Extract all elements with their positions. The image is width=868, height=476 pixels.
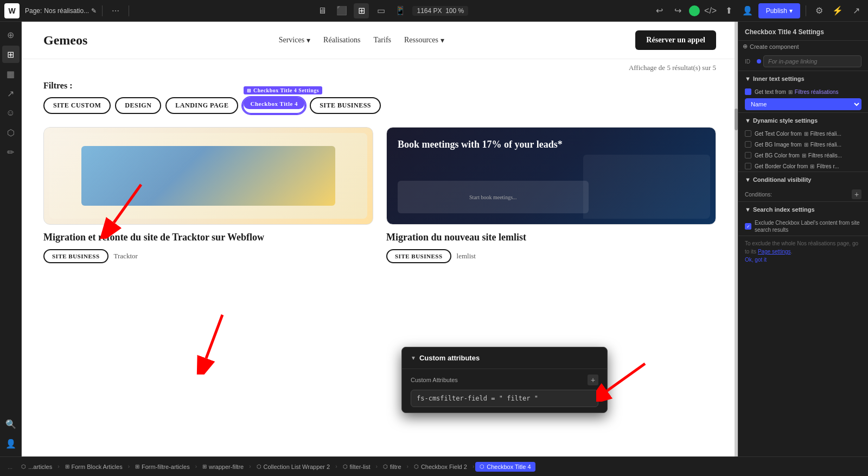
- sidebar-layers-icon[interactable]: ⊞: [2, 46, 20, 63]
- sidebar-assets-icon[interactable]: ▦: [2, 65, 20, 82]
- canvas-scrollbar[interactable]: [735, 22, 738, 456]
- cursor-button[interactable]: ↗: [848, 3, 864, 18]
- filter-tag-checkbox-title-4[interactable]: ⊞ Checkbox Title 4 Settings Checkbox Tit…: [242, 97, 305, 114]
- ok-got-it-button[interactable]: Ok, got it: [745, 256, 861, 264]
- sidebar-cms-icon[interactable]: ✏: [2, 143, 20, 161]
- bg-image-row: Get BG Image from ⊞ Filtres réali...: [738, 139, 868, 150]
- breadcrumb-collection-list[interactable]: ⬡ Collection List Wrapper 2: [252, 462, 335, 472]
- nav-link-services[interactable]: Services ▾: [279, 36, 310, 45]
- nav-link-realisations[interactable]: Réalisations: [323, 36, 360, 45]
- border-color-label: Get Border Color from: [755, 163, 808, 169]
- mobile-landscape-button[interactable]: ▭: [373, 3, 388, 18]
- collapse-triangle-icon[interactable]: ▼: [411, 355, 416, 361]
- form-filtre-icon: ⊞: [135, 464, 139, 469]
- custom-attr-field[interactable]: fs-cmsfilter-field = " filter ": [411, 390, 598, 407]
- undo-button[interactable]: ↩: [652, 3, 667, 18]
- lightning-button[interactable]: ⚡: [830, 3, 845, 18]
- search-index-label: Search index settings: [753, 206, 815, 213]
- conditions-label: Conditions:: [745, 192, 772, 198]
- code-button[interactable]: </>: [703, 3, 718, 18]
- create-component-label: Create component: [750, 43, 799, 50]
- breadcrumb-articles-label: ...articles: [28, 464, 52, 470]
- panel-section-conditional[interactable]: ▼ Conditional visibility: [738, 172, 868, 187]
- breadcrumb-articles[interactable]: ⬡ ...articles: [17, 462, 56, 472]
- create-component-button[interactable]: ⊕ Create component: [738, 41, 868, 52]
- publish-button[interactable]: Publish ▾: [758, 3, 800, 18]
- breadcrumb-more-button[interactable]: ...: [4, 462, 16, 472]
- page-info[interactable]: Page: Nos réalisatio... ✎: [25, 7, 97, 15]
- panel-id-input[interactable]: [763, 55, 861, 67]
- nav-link-tarifs[interactable]: Tarifs: [374, 36, 391, 45]
- breakpoint-button[interactable]: ⊞: [354, 3, 369, 18]
- breadcrumb-filtre[interactable]: ⬡ filtre: [379, 462, 406, 472]
- sidebar-users-icon[interactable]: ☺: [2, 104, 20, 122]
- more-options-button[interactable]: ⋯: [108, 3, 123, 18]
- inner-text-title: ▼ Inner text settings: [745, 75, 805, 82]
- breadcrumb-form-filtre[interactable]: ⊞ Form-filtre-articles: [131, 462, 194, 472]
- panel-section-dynamic-style[interactable]: ▼ Dynamic style settings: [738, 112, 868, 128]
- bg-image-checkbox[interactable]: [745, 141, 751, 148]
- custom-attr-add-button[interactable]: +: [588, 375, 598, 385]
- breadcrumb-filter-list[interactable]: ⬡ filter-list: [339, 462, 375, 472]
- form-block-icon: ⊞: [65, 464, 69, 469]
- filter-tag-site-custom[interactable]: SITE CUSTOM: [43, 97, 111, 114]
- filter-tag-design[interactable]: DESIGN: [115, 97, 161, 114]
- dynamic-style-title: ▼ Dynamic style settings: [745, 117, 818, 124]
- conditional-title: ▼ Conditional visibility: [745, 176, 811, 183]
- breadcrumb-sep-8: ›: [473, 464, 474, 469]
- breadcrumb-form-block-label: Form Block Articles: [72, 464, 123, 470]
- bg-image-db-icon: ⊞: [804, 142, 808, 148]
- exclude-checkbox[interactable]: ✓: [745, 223, 751, 230]
- filter-tag-landing-page[interactable]: LANDING PAGE: [165, 97, 238, 114]
- export-button[interactable]: ⬆: [722, 3, 737, 18]
- sidebar-account-icon[interactable]: 👤: [2, 435, 20, 452]
- main-toolbar: W Page: Nos réalisatio... ✎ ⋯ 🖥 ⬛ ⊞ ▭ 📱 …: [0, 0, 868, 22]
- sidebar-search-icon[interactable]: 🔍: [2, 415, 20, 433]
- text-color-checkbox[interactable]: [745, 130, 751, 137]
- text-color-connected-label: Filtres réali...: [810, 131, 841, 137]
- breadcrumb-form-filtre-label: Form-filtre-articles: [142, 464, 190, 470]
- panel-section-search-index[interactable]: ▼ Search index settings: [738, 201, 868, 217]
- add-condition-button[interactable]: +: [852, 189, 861, 199]
- border-color-checkbox[interactable]: [745, 163, 751, 169]
- section-expand-icon: ▼: [745, 75, 751, 82]
- panel-blue-dot: [757, 59, 761, 64]
- breadcrumb-checkbox-field[interactable]: ⬡ Checkbox Field 2: [410, 462, 471, 472]
- breadcrumb-sep-7: ›: [407, 464, 409, 469]
- breadcrumb-wrapper[interactable]: ⊞ wrapper-filtre: [198, 462, 248, 472]
- divider-3: [806, 5, 806, 16]
- filter-tag-site-business[interactable]: SITE BUSINESS: [310, 97, 381, 114]
- nav-link-ressources[interactable]: Ressources ▾: [404, 36, 444, 45]
- filters-label: Filtres :: [43, 81, 716, 91]
- breadcrumb-sep-3: ›: [195, 464, 197, 469]
- results-text: Affichage de 5 résultat(s) sur 5: [22, 64, 738, 72]
- toolbar-center: 🖥 ⬛ ⊞ ▭ 📱 1164 PX 100 %: [135, 3, 649, 18]
- left-sidebar: ⊕ ⊞ ▦ ↗ ☺ ⬡ ✏ 🔍 👤: [0, 22, 22, 456]
- bg-image-connected-label: Filtres réali...: [810, 142, 841, 148]
- tablet-device-button[interactable]: ⬛: [334, 3, 349, 18]
- user-icon[interactable]: 👤: [740, 3, 755, 18]
- sidebar-navigator-icon[interactable]: ↗: [2, 85, 20, 102]
- mobile-device-button[interactable]: 📱: [393, 3, 408, 18]
- canvas-scroll-thumb[interactable]: [735, 109, 738, 130]
- canvas-inner: Gemeos Services ▾ Réalisations Tarifs Re…: [22, 22, 738, 456]
- canvas-area: Gemeos Services ▾ Réalisations Tarifs Re…: [22, 22, 738, 456]
- settings-button[interactable]: ⚙: [812, 3, 827, 18]
- nav-cta-button[interactable]: Réserver un appel: [635, 30, 716, 50]
- checkbox-title-icon: ⬡: [480, 464, 484, 469]
- sidebar-ecommerce-icon[interactable]: ⬡: [2, 124, 20, 141]
- sidebar-add-icon[interactable]: ⊕: [2, 26, 20, 43]
- page-settings-link[interactable]: Page settings: [758, 249, 791, 255]
- panel-name-select[interactable]: Name: [745, 98, 861, 110]
- exclude-label: Exclude Checkbox Label's content from si…: [755, 219, 861, 233]
- redo-button[interactable]: ↪: [671, 3, 686, 18]
- bg-color-checkbox[interactable]: [745, 152, 751, 158]
- panel-section-inner-text[interactable]: ▼ Inner text settings: [738, 71, 868, 86]
- breadcrumb-checkbox-title-4[interactable]: ⬡ Checkbox Title 4: [475, 462, 535, 472]
- inner-text-checkbox[interactable]: [745, 88, 751, 95]
- breadcrumb-sep-4: ›: [249, 464, 251, 469]
- breadcrumb-form-block[interactable]: ⊞ Form Block Articles: [61, 462, 127, 472]
- breadcrumb-checkbox-title-label: Checkbox Title 4: [487, 464, 531, 470]
- desktop-device-button[interactable]: 🖥: [315, 3, 330, 18]
- panel-bottom-text: To exclude the whole Nos réalisations pa…: [745, 239, 861, 256]
